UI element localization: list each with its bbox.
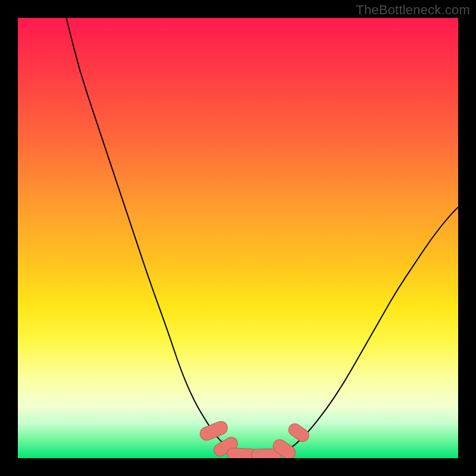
series-left-branch [66, 18, 242, 455]
chart-frame: TheBottleneck.com [0, 0, 476, 476]
marker-0 [198, 419, 230, 443]
chart-plot-area [18, 18, 458, 458]
watermark-label: TheBottleneck.com [356, 2, 470, 18]
series-right-branch [282, 207, 458, 453]
curve-group [66, 18, 458, 456]
chart-svg [18, 18, 458, 458]
marker-group [198, 419, 311, 458]
